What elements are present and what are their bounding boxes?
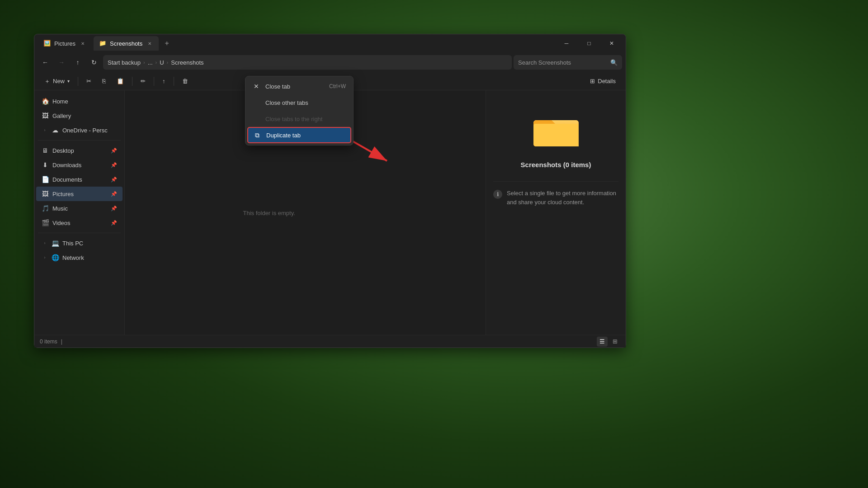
sidebar-item-gallery-label: Gallery bbox=[52, 113, 71, 119]
cmd-separator-2 bbox=[132, 77, 132, 86]
new-arrow-icon: ▾ bbox=[67, 79, 70, 84]
new-button[interactable]: ＋ New ▾ bbox=[40, 75, 74, 88]
status-cursor: | bbox=[61, 338, 62, 345]
sidebar: 🏠 Home 🖼 Gallery › ☁ OneDrive - Persc 🖥 … bbox=[34, 90, 125, 335]
sidebar-item-music[interactable]: 🎵 Music 📌 bbox=[36, 201, 123, 216]
videos-icon: 🎬 bbox=[42, 219, 49, 226]
close-right-label: Close tabs to the right bbox=[265, 116, 322, 122]
breadcrumb-sep3: › bbox=[167, 60, 169, 65]
sidebar-item-onedrive[interactable]: › ☁ OneDrive - Persc bbox=[36, 123, 123, 137]
details-info: ℹ Select a single file to get more infor… bbox=[493, 181, 618, 206]
details-panel: Screenshots (0 items) ℹ Select a single … bbox=[486, 90, 626, 335]
desktop-icon: 🖥 bbox=[42, 147, 49, 154]
items-count: 0 items bbox=[40, 338, 57, 345]
sidebar-item-pictures-label: Pictures bbox=[52, 191, 74, 197]
details-button[interactable]: ⊞ Details bbox=[585, 75, 620, 88]
details-label: Details bbox=[598, 78, 616, 84]
menu-close-other-tabs[interactable]: Close other tabs bbox=[247, 94, 351, 111]
close-button[interactable]: ✕ bbox=[601, 36, 622, 51]
tab-pictures[interactable]: 🖼️ Pictures ✕ bbox=[38, 36, 92, 51]
cmd-separator-1 bbox=[78, 77, 78, 86]
documents-pin-icon: 📌 bbox=[111, 177, 117, 183]
duplicate-tab-icon: ⧉ bbox=[254, 131, 261, 139]
close-tab-shortcut: Ctrl+W bbox=[329, 83, 346, 89]
sidebar-item-documents[interactable]: 📄 Documents 📌 bbox=[36, 172, 123, 187]
share-button[interactable]: ↑ bbox=[158, 75, 170, 88]
delete-button[interactable]: 🗑 bbox=[178, 75, 193, 88]
sidebar-item-onedrive-label: OneDrive - Persc bbox=[62, 127, 108, 134]
sidebar-divider-2 bbox=[38, 233, 121, 233]
downloads-icon: ⬇ bbox=[42, 161, 49, 169]
refresh-button[interactable]: ↻ bbox=[87, 55, 101, 70]
details-icon: ⊞ bbox=[590, 78, 595, 84]
share-icon: ↑ bbox=[162, 78, 165, 84]
cut-button[interactable]: ✂ bbox=[82, 75, 96, 88]
breadcrumb-sep2: › bbox=[156, 60, 157, 65]
duplicate-tab-label: Duplicate tab bbox=[266, 132, 301, 139]
grid-view-button[interactable]: ⊞ bbox=[609, 337, 620, 347]
desktop-pin-icon: 📌 bbox=[111, 148, 117, 154]
sidebar-item-videos[interactable]: 🎬 Videos 📌 bbox=[36, 216, 123, 230]
breadcrumb-end: Screenshots bbox=[171, 59, 203, 66]
sidebar-item-home[interactable]: 🏠 Home bbox=[36, 94, 123, 108]
new-tab-button[interactable]: + bbox=[160, 37, 173, 50]
list-view-button[interactable]: ☰ bbox=[597, 337, 608, 347]
empty-folder-text: This folder is empty. bbox=[243, 209, 295, 216]
thispc-expand-icon: › bbox=[42, 240, 48, 246]
music-pin-icon: 📌 bbox=[111, 206, 117, 211]
cut-icon: ✂ bbox=[86, 78, 91, 84]
breadcrumb-location: U bbox=[160, 59, 164, 66]
paste-button[interactable]: 📋 bbox=[112, 75, 128, 88]
info-icon: ℹ bbox=[493, 190, 502, 199]
tab-pictures-icon: 🖼️ bbox=[43, 40, 51, 47]
sidebar-item-network-label: Network bbox=[62, 254, 84, 261]
sidebar-item-pictures[interactable]: 🖼 Pictures 📌 bbox=[36, 187, 123, 201]
tab-pictures-label: Pictures bbox=[54, 40, 75, 47]
tab-pictures-close[interactable]: ✕ bbox=[79, 40, 86, 47]
details-title: Screenshots (0 items) bbox=[493, 161, 618, 169]
maximize-button[interactable]: □ bbox=[579, 36, 599, 51]
copy-button[interactable]: ⎘ bbox=[98, 75, 110, 88]
view-controls: ☰ ⊞ bbox=[597, 337, 620, 347]
menu-close-tab[interactable]: ✕ Close tab Ctrl+W bbox=[247, 78, 351, 94]
details-info-text: Select a single file to get more informa… bbox=[507, 189, 618, 206]
thispc-icon: 💻 bbox=[52, 239, 59, 247]
context-menu: ✕ Close tab Ctrl+W Close other tabs Clos… bbox=[245, 76, 354, 145]
sidebar-item-desktop[interactable]: 🖥 Desktop 📌 bbox=[36, 143, 123, 158]
music-icon: 🎵 bbox=[42, 205, 49, 212]
sidebar-divider-1 bbox=[38, 140, 121, 141]
sidebar-item-gallery[interactable]: 🖼 Gallery bbox=[36, 108, 123, 123]
breadcrumb-sep1: › bbox=[143, 60, 145, 65]
delete-icon: 🗑 bbox=[182, 78, 188, 84]
up-button[interactable]: ↑ bbox=[71, 55, 85, 70]
pictures-icon: 🖼 bbox=[42, 190, 49, 197]
window-controls: ─ □ ✕ bbox=[556, 36, 622, 51]
toolbar: ← → ↑ ↻ Start backup › ... › U › Screens… bbox=[34, 52, 626, 72]
rename-button[interactable]: ✏ bbox=[136, 75, 150, 88]
sidebar-item-desktop-label: Desktop bbox=[52, 147, 74, 154]
tab-screenshots-close[interactable]: ✕ bbox=[146, 40, 153, 47]
back-button[interactable]: ← bbox=[38, 55, 52, 70]
sidebar-item-music-label: Music bbox=[52, 205, 68, 212]
breadcrumb-bar[interactable]: Start backup › ... › U › Screenshots bbox=[103, 55, 512, 70]
minimize-button[interactable]: ─ bbox=[556, 36, 577, 51]
sidebar-item-thispc[interactable]: › 💻 This PC bbox=[36, 236, 123, 250]
cmd-separator-4 bbox=[174, 77, 174, 86]
close-other-label: Close other tabs bbox=[265, 99, 308, 106]
sidebar-item-home-label: Home bbox=[52, 98, 68, 105]
menu-duplicate-tab[interactable]: ⧉ Duplicate tab bbox=[247, 127, 351, 143]
forward-button[interactable]: → bbox=[54, 55, 69, 70]
menu-close-tabs-right: Close tabs to the right bbox=[247, 111, 351, 127]
sidebar-item-downloads[interactable]: ⬇ Downloads 📌 bbox=[36, 158, 123, 172]
home-icon: 🏠 bbox=[42, 98, 49, 105]
tab-screenshots-label: Screenshots bbox=[110, 40, 142, 47]
sidebar-item-network[interactable]: › 🌐 Network bbox=[36, 250, 123, 265]
cmd-separator-3 bbox=[154, 77, 154, 86]
search-placeholder: Search Screenshots bbox=[518, 59, 571, 66]
network-icon: 🌐 bbox=[52, 254, 59, 261]
tab-screenshots[interactable]: 📁 Screenshots ✕ bbox=[94, 36, 159, 51]
pictures-pin-icon: 📌 bbox=[111, 191, 117, 197]
search-icon: 🔍 bbox=[610, 59, 618, 66]
search-bar[interactable]: Search Screenshots 🔍 bbox=[514, 55, 622, 70]
new-icon: ＋ bbox=[44, 77, 50, 85]
